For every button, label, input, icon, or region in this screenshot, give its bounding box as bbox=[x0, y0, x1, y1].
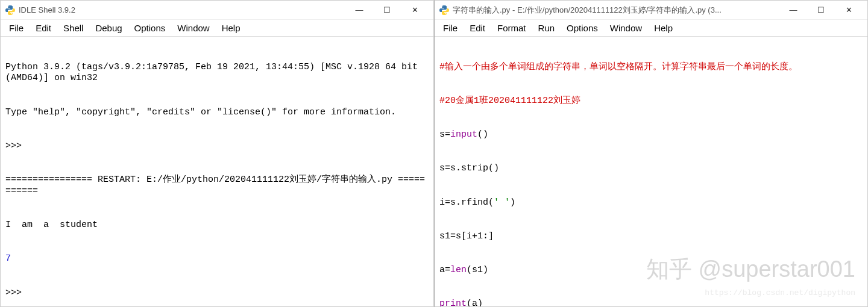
menu-file[interactable]: File bbox=[437, 21, 464, 35]
menu-run[interactable]: Run bbox=[532, 21, 561, 35]
code-line: print(a) bbox=[439, 299, 863, 306]
code-line: s1=s[i+1:] bbox=[439, 231, 863, 243]
window-controls-right: — ☐ ✕ bbox=[779, 1, 863, 20]
svg-point-1 bbox=[11, 13, 13, 14]
menu-edit[interactable]: Edit bbox=[30, 21, 57, 35]
shell-prompt: >>> bbox=[5, 288, 22, 298]
code-line: #输入一个由多个单词组成的字符串，单词以空格隔开。计算字符串最后一个单词的长度。 bbox=[439, 62, 863, 73]
menu-options[interactable]: Options bbox=[128, 21, 172, 35]
idle-editor-window: 字符串的输入.py - E:/作业/python/202041111122刘玉婷… bbox=[434, 0, 868, 307]
shell-input-line: I am a student bbox=[5, 220, 429, 231]
maximize-button[interactable]: ☐ bbox=[807, 1, 835, 20]
code-line: #20金属1班202041111122刘玉婷 bbox=[439, 96, 863, 107]
svg-point-2 bbox=[442, 6, 444, 7]
code-line: s=input() bbox=[439, 129, 863, 141]
python-icon bbox=[5, 5, 15, 15]
menu-format[interactable]: Format bbox=[491, 21, 532, 35]
window-title-right: 字符串的输入.py - E:/作业/python/202041111122刘玉婷… bbox=[453, 5, 779, 16]
window-title-left: IDLE Shell 3.9.2 bbox=[19, 5, 345, 14]
menu-shell[interactable]: Shell bbox=[57, 21, 89, 35]
menu-debug[interactable]: Debug bbox=[89, 21, 128, 35]
shell-banner-line: Python 3.9.2 (tags/v3.9.2:1a79785, Feb 1… bbox=[5, 62, 429, 85]
close-button[interactable]: ✕ bbox=[401, 1, 429, 20]
window-controls-left: — ☐ ✕ bbox=[345, 1, 429, 20]
shell-output-line: 7 bbox=[5, 253, 429, 265]
code-line: s=s.strip() bbox=[439, 163, 863, 175]
menu-options[interactable]: Options bbox=[561, 21, 604, 35]
python-icon bbox=[439, 5, 449, 15]
minimize-button[interactable]: — bbox=[779, 1, 807, 20]
menu-help[interactable]: Help bbox=[216, 21, 247, 35]
menubar-left: File Edit Shell Debug Options Window Hel… bbox=[1, 20, 433, 37]
code-line: i=s.rfind(' ') bbox=[439, 197, 863, 209]
shell-prompt: >>> bbox=[5, 141, 22, 151]
menubar-right: File Edit Format Run Options Window Help bbox=[435, 20, 867, 37]
menu-window[interactable]: Window bbox=[604, 21, 648, 35]
titlebar-right: 字符串的输入.py - E:/作业/python/202041111122刘玉婷… bbox=[435, 1, 867, 20]
shell-output-area[interactable]: Python 3.9.2 (tags/v3.9.2:1a79785, Feb 1… bbox=[1, 37, 433, 306]
shell-banner-line: Type "help", "copyright", "credits" or "… bbox=[5, 107, 429, 119]
menu-edit[interactable]: Edit bbox=[464, 21, 491, 35]
svg-point-3 bbox=[445, 13, 447, 14]
menu-file[interactable]: File bbox=[3, 21, 30, 35]
close-button[interactable]: ✕ bbox=[835, 1, 863, 20]
svg-point-0 bbox=[8, 6, 10, 7]
titlebar-left: IDLE Shell 3.9.2 — ☐ ✕ bbox=[1, 1, 433, 20]
shell-restart-line: ================ RESTART: E:/作业/python/2… bbox=[5, 175, 429, 197]
maximize-button[interactable]: ☐ bbox=[373, 1, 401, 20]
code-line: a=len(s1) bbox=[439, 265, 863, 276]
idle-shell-window: IDLE Shell 3.9.2 — ☐ ✕ File Edit Shell D… bbox=[0, 0, 434, 307]
watermark-sub-text: https://blog.csdn.net/digipython bbox=[705, 288, 855, 298]
code-editor-area[interactable]: #输入一个由多个单词组成的字符串，单词以空格隔开。计算字符串最后一个单词的长度。… bbox=[435, 37, 867, 306]
menu-window[interactable]: Window bbox=[171, 21, 215, 35]
menu-help[interactable]: Help bbox=[648, 21, 679, 35]
minimize-button[interactable]: — bbox=[345, 1, 373, 20]
